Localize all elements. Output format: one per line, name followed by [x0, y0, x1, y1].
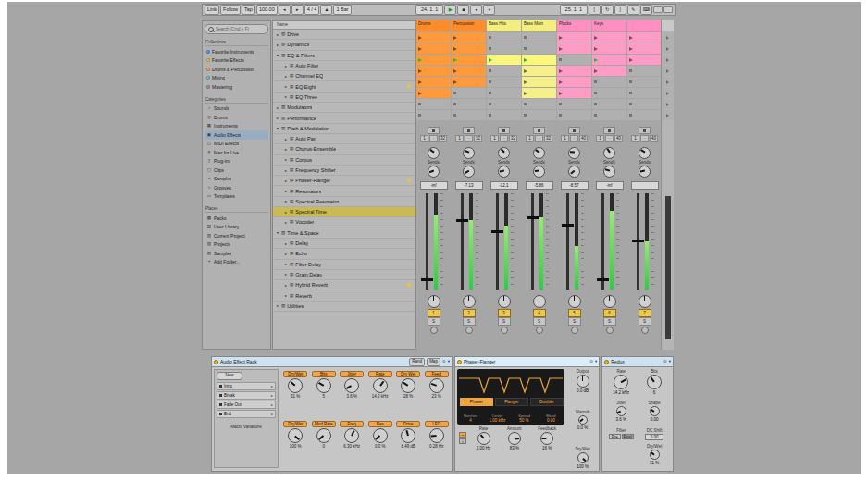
- arm-button[interactable]: [465, 327, 473, 334]
- file-list-item-dynamics[interactable]: ▸▥Dynamics: [273, 40, 415, 50]
- clip-slot[interactable]: [592, 66, 626, 76]
- clip-slot-empty[interactable]: [557, 55, 591, 65]
- disclosure-triangle-icon[interactable]: ▸: [284, 252, 288, 256]
- clip-slot[interactable]: [557, 77, 591, 87]
- file-list-item-channel-eq[interactable]: ▸▤Channel EQ: [273, 71, 415, 81]
- pan-knob[interactable]: [463, 295, 476, 308]
- sidebar-item-templates[interactable]: ▭Templates: [205, 192, 268, 202]
- volume-value[interactable]: -5.86: [526, 181, 553, 190]
- send-a-knob[interactable]: [533, 147, 545, 159]
- clip-slot-empty[interactable]: [592, 77, 626, 87]
- rack-title-bar[interactable]: Audio Effect Rack Rand Map ⊙ ▾: [212, 357, 452, 367]
- clip-slot[interactable]: [452, 66, 486, 76]
- sidebar-item-favorite-effects[interactable]: Favorite Effects: [205, 56, 268, 66]
- macro-knob[interactable]: [344, 428, 359, 443]
- file-list-item-pitch-modulation[interactable]: ▾▥Pitch & Modulation: [273, 124, 415, 134]
- nudge-down-icon[interactable]: ◂: [279, 5, 291, 15]
- solo-button[interactable]: S: [568, 317, 581, 326]
- macro-variations-label[interactable]: Macro Variations: [215, 425, 278, 429]
- track-stop-button[interactable]: [603, 127, 615, 134]
- mode-phaser-button[interactable]: Phaser: [460, 398, 493, 406]
- send-b-knob[interactable]: [568, 166, 580, 178]
- macro-knob[interactable]: [373, 378, 388, 393]
- disclosure-triangle-icon[interactable]: ▸: [284, 293, 288, 298]
- disclosure-triangle-icon[interactable]: ▸: [276, 43, 279, 47]
- nudge-up-icon[interactable]: ▸: [291, 5, 304, 15]
- fader-handle[interactable]: [491, 230, 503, 233]
- sidebar-item-plug-ins[interactable]: ▯Plug-ins: [205, 157, 268, 166]
- scene-launch-button[interactable]: [662, 77, 674, 87]
- tempo-field[interactable]: 100.00: [256, 5, 278, 15]
- volume-value[interactable]: -8.57: [561, 181, 589, 190]
- tap-tempo-button[interactable]: Tap: [242, 5, 255, 15]
- sidebar-item-projects[interactable]: ▥Projects: [205, 240, 268, 250]
- metronome-icon[interactable]: ▲: [320, 5, 332, 15]
- disclosure-triangle-icon[interactable]: ▸: [276, 116, 279, 120]
- macro-label[interactable]: Freq: [340, 421, 364, 427]
- macro-label[interactable]: Rate: [368, 371, 392, 377]
- io-value[interactable]: 1: [490, 135, 499, 142]
- clip-slot-empty[interactable]: [487, 43, 521, 54]
- hz-mode-icon[interactable]: ~: [459, 432, 466, 438]
- clip-slot-empty[interactable]: [416, 99, 451, 109]
- track-stop-button[interactable]: [639, 127, 651, 134]
- arm-button[interactable]: [536, 327, 543, 334]
- disclosure-triangle-icon[interactable]: ▸: [284, 147, 288, 152]
- file-list-item-delay[interactable]: ▸▤Delay: [273, 239, 415, 249]
- sidebar-item-current-project[interactable]: ▥Current Project: [205, 231, 268, 240]
- disclosure-triangle-icon[interactable]: ▸: [284, 262, 288, 266]
- fader-handle[interactable]: [562, 224, 574, 227]
- clip-slot-empty[interactable]: [522, 99, 556, 109]
- file-list-item-reverb[interactable]: ▸▤Reverb: [273, 290, 415, 301]
- link-button[interactable]: Link: [205, 5, 219, 15]
- io-value[interactable]: 1: [420, 135, 428, 142]
- bits-knob[interactable]: [647, 375, 662, 389]
- solo-button[interactable]: S: [463, 317, 476, 326]
- dc-shift-value[interactable]: 0.00: [645, 434, 663, 440]
- macro-label[interactable]: Mod Rate: [312, 421, 336, 427]
- volume-value[interactable]: -7.13: [455, 181, 483, 190]
- macro-knob[interactable]: [373, 428, 388, 443]
- disclosure-triangle-icon[interactable]: ▸: [284, 283, 288, 288]
- io-value[interactable]: 32: [474, 135, 482, 142]
- overdub-button[interactable]: +: [483, 5, 495, 15]
- loop-icon[interactable]: ↻: [601, 5, 614, 15]
- macro-knob[interactable]: [288, 428, 303, 443]
- macro-knob[interactable]: [401, 428, 415, 443]
- clip-slot[interactable]: [452, 55, 486, 65]
- file-list-item-corpus[interactable]: ▸▤Corpus: [273, 155, 415, 166]
- disclosure-triangle-icon[interactable]: ▸: [284, 74, 288, 79]
- stop-button[interactable]: ■: [457, 5, 469, 15]
- clip-slot[interactable]: [522, 66, 556, 76]
- clip-slot[interactable]: [452, 77, 486, 87]
- param-center[interactable]: Center1.00 kHz: [484, 413, 511, 423]
- volume-fader[interactable]: [452, 191, 486, 291]
- chain-end[interactable]: End▸: [217, 410, 276, 418]
- follow-button[interactable]: Follow: [220, 5, 241, 15]
- clip-slot-empty[interactable]: [627, 66, 662, 76]
- track-activator[interactable]: 4: [533, 309, 546, 317]
- clip-slot-empty[interactable]: [487, 99, 521, 109]
- drywet-knob[interactable]: [650, 450, 660, 460]
- io-value[interactable]: 1: [455, 135, 464, 142]
- send-a-knob[interactable]: [603, 147, 615, 159]
- arm-button[interactable]: [571, 327, 578, 334]
- disclosure-triangle-icon[interactable]: ▸: [284, 168, 288, 173]
- file-list-item-eq-eight[interactable]: ▸▤EQ Eight: [273, 81, 415, 92]
- master-fader[interactable]: [665, 196, 671, 339]
- sidebar-item-add-folder[interactable]: +Add Folder...: [205, 258, 268, 267]
- clip-slot[interactable]: [557, 32, 591, 43]
- sidebar-item-samples[interactable]: ~Samples: [205, 175, 268, 184]
- macro-knob[interactable]: [429, 428, 444, 443]
- fader-handle[interactable]: [632, 240, 644, 242]
- scene-launch-button[interactable]: [662, 66, 674, 76]
- disclosure-triangle-icon[interactable]: ▸: [284, 210, 288, 215]
- volume-value[interactable]: -inf: [596, 181, 624, 190]
- clip-slot-empty[interactable]: [522, 110, 556, 120]
- track-header[interactable]: Bass Main: [522, 20, 556, 31]
- jitter-knob[interactable]: [616, 406, 626, 416]
- file-list-item-vocoder[interactable]: ▸▤Vocoder: [273, 217, 415, 228]
- clip-slot-empty[interactable]: [627, 110, 662, 120]
- time-signature-field[interactable]: 4 / 4: [304, 5, 320, 15]
- send-a-knob[interactable]: [463, 147, 475, 159]
